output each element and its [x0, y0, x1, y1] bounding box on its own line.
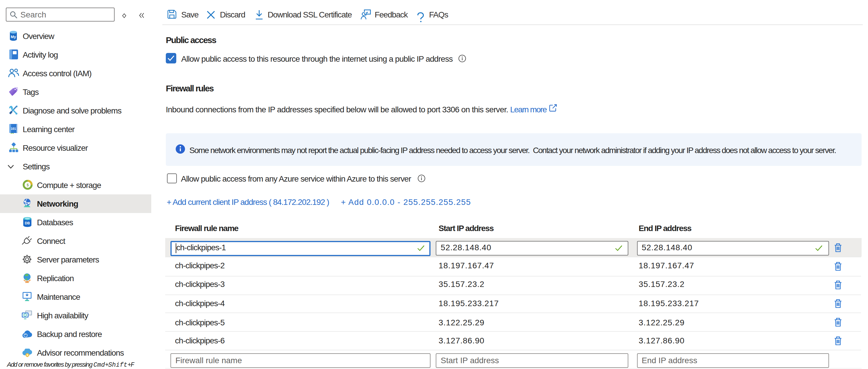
svg-text:My: My	[11, 34, 16, 39]
svg-text:$: $	[27, 183, 29, 187]
svg-text:DB: DB	[25, 221, 30, 225]
svg-text:101: 101	[11, 127, 16, 130]
